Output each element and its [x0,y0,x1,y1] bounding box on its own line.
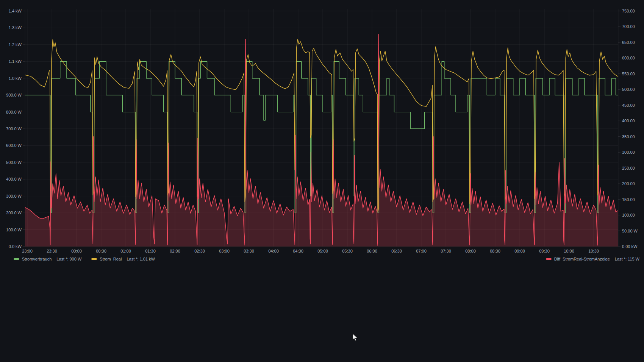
y-axis-left-label: 100.0 W [6,228,22,232]
x-axis-label: 08:00 [465,249,476,253]
y-axis-right-label: 100.00 [622,213,635,217]
x-axis-label: 01:30 [145,249,156,253]
y-axis-left-label: 600.0 W [6,143,22,148]
x-axis-label: 23:00 [22,249,33,253]
x-axis-label: 04:00 [268,249,279,253]
grafana-panel: 1.4 kW1.3 kW1.2 kW1.1 kW1.0 kW900.0 W800… [0,0,644,362]
y-axis-right-label: 200.00 [622,181,635,186]
x-axis-label: 04:30 [293,249,303,253]
x-axis-label: 06:00 [367,249,377,253]
y-axis-right-label: 450.00 [622,103,635,108]
series-line-Stromverbrauch [25,61,619,213]
y-axis-left-label: 800.0 W [6,110,22,114]
y-axis-left-label: 700.0 W [6,126,22,131]
x-axis-label: 09:00 [514,249,525,253]
x-axis-label: 10:30 [588,249,599,253]
y-axis-left-label: 1.2 kW [9,42,22,47]
y-axis-right-label: 500.00 [622,87,635,92]
y-axis-left-label: 500.0 W [6,160,22,165]
x-axis-label: 00:00 [71,249,82,253]
y-axis-right-label: 750.00 [622,9,635,13]
y-axis-right-label: 700.00 [622,24,635,29]
y-axis-right-label: 600.00 [622,56,635,60]
y-axis-left-label: 200.0 W [6,211,22,215]
y-axis-right-label: 650.00 [622,40,635,45]
x-axis-label: 07:00 [416,249,427,253]
y-axis-left-label: 1.4 kW [9,9,22,13]
x-axis-label: 00:30 [96,249,106,253]
y-axis-right-label: 300.00 [622,150,635,154]
y-axis-left-label: 400.0 W [6,177,22,181]
x-axis-label: 02:30 [194,249,205,253]
x-axis-label: 05:00 [317,249,328,253]
x-axis-label: 06:30 [391,249,402,253]
y-axis-right-label: 250.00 [622,166,635,170]
series-fill-Diff_StromReal-StromAnzeige [25,34,619,247]
x-axis-label: 09:30 [539,249,550,253]
x-axis-label: 23:30 [47,249,57,253]
x-axis-label: 08:30 [490,249,500,253]
y-axis-right-label: 150.00 [622,197,635,202]
y-axis-right-label: 550.00 [622,72,635,76]
x-axis-label: 07:30 [441,249,451,253]
x-axis: 23:0023:3000:0000:3001:0001:3002:0002:30… [0,249,644,255]
y-axis-right-label: 400.00 [622,119,635,123]
y-axis-right: 750.00700.00650.00600.00550.00500.00450.… [622,0,644,265]
mouse-cursor [352,333,358,342]
y-axis-left-label: 1.3 kW [9,25,22,30]
y-axis-left-label: 1.1 kW [9,59,22,64]
series-line-Strom_Real [25,39,619,212]
y-axis-left-label: 1.0 kW [9,76,22,81]
x-axis-label: 01:00 [120,249,131,253]
x-axis-label: 10:00 [564,249,574,253]
y-axis-left-label: 900.0 W [6,93,22,97]
y-axis-right-label: 0.00 kW [622,244,637,249]
x-axis-label: 02:00 [170,249,180,253]
x-axis-label: 03:00 [219,249,230,253]
time-series-plot-area[interactable] [0,0,644,362]
y-axis-right-label: 350.00 [622,134,635,139]
x-axis-label: 05:30 [342,249,353,253]
y-axis-right-label: 50.00 W [622,229,638,233]
x-axis-label: 03:30 [244,249,254,253]
y-axis-left: 1.4 kW1.3 kW1.2 kW1.1 kW1.0 kW900.0 W800… [5,0,22,265]
y-axis-left-label: 300.0 W [6,194,22,198]
y-axis-left-label: 0.0 kW [9,244,22,249]
